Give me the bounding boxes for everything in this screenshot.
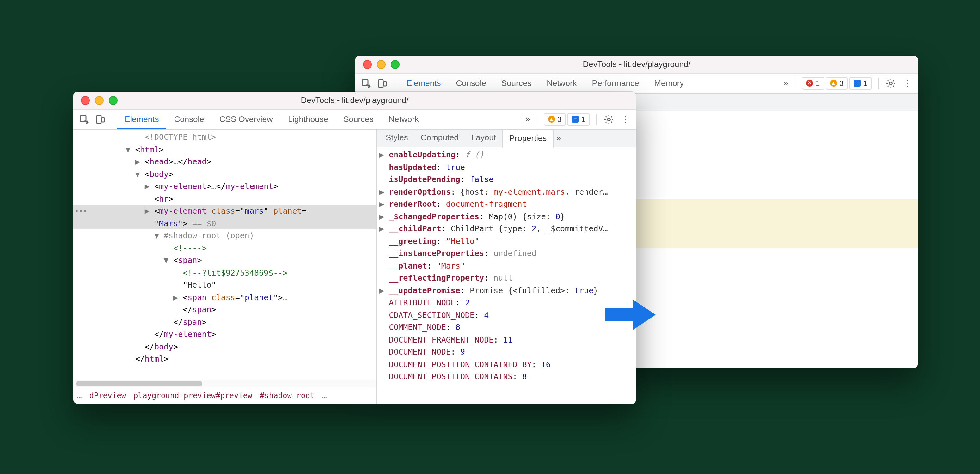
dom-node[interactable]: ▼ <span> [73,254,376,266]
svg-point-3 [889,82,892,85]
overflow-icon[interactable]: » [554,132,564,144]
titlebar: DevTools - lit.dev/playground/ [355,56,918,74]
h-scrollbar[interactable] [73,380,376,387]
tab-network[interactable]: Network [381,110,426,129]
gutter-dots: ••• [75,207,87,216]
dom-node[interactable]: </html> [73,353,376,365]
elements-pane: ••• <!DOCTYPE html> ▼ <html> ▶ <head>…</… [73,130,377,404]
dom-node[interactable]: "Mars"> == $0 [73,217,376,229]
sidetab-styles[interactable]: Styles [379,130,414,146]
dom-node[interactable]: ▼ <html> [73,143,376,156]
crumb-ellipsis[interactable]: … [322,390,326,401]
device-icon[interactable] [375,76,390,91]
message-chip[interactable]: ≡1 [568,113,590,126]
property-row[interactable]: ▶ renderRoot: document-fragment [379,198,636,210]
sidetab-computed[interactable]: Computed [414,130,465,146]
crumb-ellipsis[interactable]: … [77,390,81,401]
tab-sources[interactable]: Sources [336,110,381,129]
property-row[interactable]: ▶ __childPart: ChildPart {type: 2, _$com… [379,223,636,235]
side-pane: StylesComputedLayoutProperties» ▶ enable… [377,130,636,404]
devtools-window-left: DevTools - lit.dev/playground/ ElementsC… [73,92,636,404]
property-row[interactable]: ▶ __updatePromise: Promise {<fulfilled>:… [379,284,636,296]
dom-node[interactable]: <!DOCTYPE html> [73,131,376,143]
status-chips: ▲3 ≡1 [543,113,590,126]
crumb-item[interactable]: playground-preview#preview [134,390,252,401]
dom-node[interactable]: ▼ #shadow-root (open) [73,229,376,242]
message-chip[interactable]: ≡1 [850,77,872,90]
titlebar: DevTools - lit.dev/playground/ [73,92,636,110]
tab-lighthouse[interactable]: Lighthouse [280,110,336,129]
tab-memory[interactable]: Memory [646,74,691,93]
overflow-icon[interactable]: » [523,113,533,126]
gear-icon[interactable] [602,113,616,126]
tab-elements[interactable]: Elements [399,74,448,93]
tab-elements[interactable]: Elements [117,110,166,129]
panel-tabs: ElementsConsoleSourcesNetworkPerformance… [399,74,781,93]
dom-node[interactable]: ▼ <body> [73,168,376,180]
property-row[interactable]: __planet: "Mars" [379,259,636,272]
inspect-icon[interactable] [77,113,91,126]
svg-rect-5 [97,116,101,123]
crumb-item[interactable]: #shadow-root [260,390,315,401]
dom-node[interactable]: </body> [73,340,376,353]
dom-tree[interactable]: ••• <!DOCTYPE html> ▼ <html> ▶ <head>…</… [73,130,376,380]
dom-node[interactable]: "Hello" [73,279,376,291]
property-row[interactable]: ▶ _$changedProperties: Map(0) {size: 0} [379,210,636,223]
tab-css-overview[interactable]: CSS Overview [212,110,280,129]
sidetab-properties[interactable]: Properties [502,129,554,148]
tab-performance[interactable]: Performance [584,74,647,93]
device-icon[interactable] [94,113,108,126]
crumb-item[interactable]: dPreview [89,390,126,401]
property-row[interactable]: DOCUMENT_FRAGMENT_NODE: 11 [379,333,636,346]
gear-icon[interactable] [884,76,898,91]
error-count: 1 [816,78,820,89]
dom-node[interactable]: </span> [73,316,376,328]
property-row[interactable]: __greeting: "Hello" [379,235,636,247]
overflow-icon[interactable]: » [781,77,791,89]
property-row[interactable]: DOCUMENT_POSITION_CONTAINS: 8 [379,371,636,383]
property-row[interactable]: isUpdatePending: false [379,173,636,186]
property-row[interactable]: CDATA_SECTION_NODE: 4 [379,309,636,321]
dom-node[interactable]: ▶ <my-element>…</my-element> [73,180,376,192]
property-row[interactable]: ▶ enableUpdating: f () [379,148,636,161]
svg-rect-6 [102,118,104,122]
tab-sources[interactable]: Sources [494,74,539,93]
property-row[interactable]: DOCUMENT_POSITION_CONTAINED_BY: 16 [379,358,636,371]
window-title: DevTools - lit.dev/playground/ [73,95,636,106]
message-count: 1 [863,78,867,89]
tab-console[interactable]: Console [166,110,212,129]
dom-node[interactable]: ▶ <span class="planet">… [73,291,376,303]
tab-network[interactable]: Network [539,74,584,93]
dom-node[interactable]: <!--?lit$927534869$--> [73,266,376,279]
kebab-icon[interactable]: ⋮ [900,76,914,91]
dom-node[interactable]: ▶ <head>…</head> [73,156,376,168]
breadcrumb[interactable]: …dPreviewplayground-preview#preview#shad… [73,387,376,404]
dom-node[interactable]: <hr> [73,192,376,205]
dom-node[interactable]: </span> [73,303,376,316]
warning-chip[interactable]: ▲3 [543,113,566,126]
svg-rect-2 [384,81,386,86]
property-row[interactable]: ATTRIBUTE_NODE: 2 [379,296,636,309]
property-row[interactable]: ▶ renderOptions: {host: my-element.mars,… [379,186,636,198]
warning-count: 3 [839,78,843,89]
dom-node[interactable]: </my-element> [73,328,376,340]
inspect-icon[interactable] [359,76,373,91]
property-row[interactable]: DOCUMENT_NODE: 9 [379,346,636,358]
message-count: 1 [581,114,585,125]
property-row[interactable]: COMMENT_NODE: 8 [379,321,636,333]
panel-tabs: ElementsConsoleCSS OverviewLighthouseSou… [117,110,523,129]
property-row[interactable]: __instanceProperties: undefined [379,247,636,259]
error-chip[interactable]: ✕1 [802,77,824,90]
arrow-icon [605,296,655,337]
property-row[interactable]: hasUpdated: true [379,161,636,173]
tab-console[interactable]: Console [448,74,493,93]
properties-list[interactable]: ▶ enableUpdating: f () hasUpdated: true … [377,147,636,404]
kebab-icon[interactable]: ⋮ [618,113,632,126]
svg-point-7 [608,118,611,121]
dom-node[interactable]: ▶ <my-element class="mars" planet= [73,205,376,217]
warning-chip[interactable]: ▲3 [826,77,848,90]
dom-node[interactable]: <!----> [73,242,376,254]
main-toolbar: ElementsConsoleCSS OverviewLighthouseSou… [73,110,636,130]
property-row[interactable]: __reflectingProperty: null [379,272,636,284]
sidetab-layout[interactable]: Layout [465,130,502,146]
